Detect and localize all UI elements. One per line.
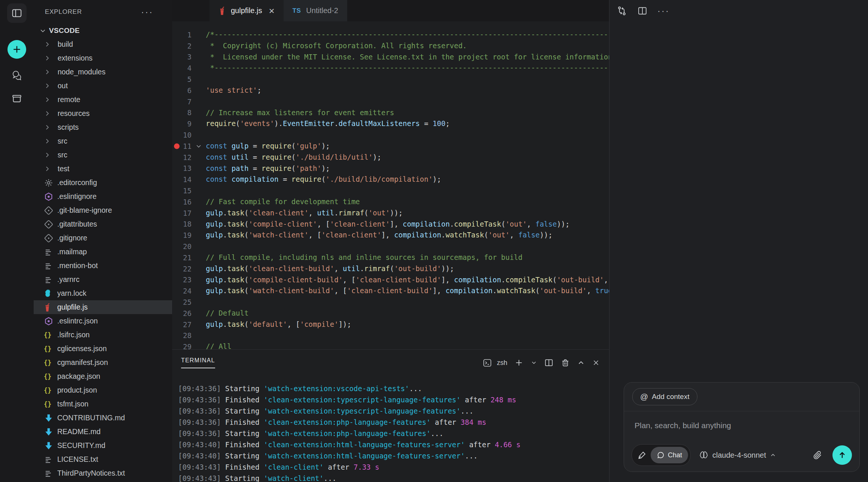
tree-item-extensions[interactable]: extensions (34, 51, 172, 65)
code-line-16[interactable]: 16// Fast compile for development time (172, 196, 609, 208)
code-line-4[interactable]: 4 *-------------------------------------… (172, 62, 609, 74)
line-number[interactable]: 29 (172, 343, 192, 349)
tree-item-remote[interactable]: remote (34, 93, 172, 107)
line-number[interactable]: 10 (172, 131, 192, 139)
code-line-22[interactable]: 22gulp.task('clean-client-build', util.r… (172, 263, 609, 274)
tree-item-build[interactable]: build (34, 37, 172, 51)
tree-item-tsfmt-json[interactable]: {}tsfmt.json (34, 397, 172, 411)
explorer-more-actions-icon[interactable]: ··· (141, 7, 153, 16)
compare-changes-icon[interactable] (616, 5, 627, 16)
tree-item--eslintrc-json[interactable]: .eslintrc.json (34, 314, 172, 328)
code-line-9[interactable]: 9require('events').EventEmitter.defaultM… (172, 118, 609, 129)
tree-item-cglicenses-json[interactable]: {}cglicenses.json (34, 342, 172, 356)
attach-paperclip-icon[interactable] (812, 450, 823, 460)
model-selector[interactable]: claude-4-sonnet (699, 450, 776, 460)
code-line-28[interactable]: 28 (172, 330, 609, 341)
code-line-29[interactable]: 29// All (172, 341, 609, 349)
line-number[interactable]: 17 (172, 209, 192, 217)
tree-item-scripts[interactable]: scripts (34, 120, 172, 134)
tree-item-cgmanifest-json[interactable]: {}cgmanifest.json (34, 356, 172, 369)
tree-item--git-blame-ignore[interactable]: .git-blame-ignore (34, 203, 172, 217)
tree-item-product-json[interactable]: {}product.json (34, 383, 172, 397)
tree-item--lsifrc-json[interactable]: {}.lsifrc.json (34, 328, 172, 342)
line-number[interactable]: 16 (172, 198, 192, 206)
tree-item-src[interactable]: src (34, 148, 172, 162)
line-number[interactable]: 5 (172, 75, 192, 83)
tree-item-license-txt[interactable]: LICENSE.txt (34, 452, 172, 466)
tree-item-readme-md[interactable]: README.md (34, 425, 172, 439)
add-context-button[interactable]: @ Add context (632, 388, 697, 405)
more-actions-icon[interactable]: ··· (657, 6, 670, 15)
chat-mode-chip[interactable]: Chat (651, 447, 688, 463)
line-number[interactable]: 6 (172, 86, 192, 95)
line-number[interactable]: 3 (172, 53, 192, 61)
code-line-17[interactable]: 17gulp.task('clean-client', util.rimraf(… (172, 208, 609, 219)
code-line-25[interactable]: 25 (172, 297, 609, 308)
line-number[interactable]: 26 (172, 309, 192, 317)
kill-terminal-trash-icon[interactable] (560, 358, 570, 368)
tree-item--mention-bot[interactable]: .mention-bot (34, 259, 172, 273)
line-number[interactable]: 1 (172, 31, 192, 39)
tree-item-security-md[interactable]: SECURITY.md (34, 439, 172, 452)
line-number[interactable]: 22 (172, 265, 192, 273)
tree-item-resources[interactable]: resources (34, 107, 172, 120)
code-line-14[interactable]: 14const compilation = require('./build/l… (172, 174, 609, 185)
tree-item-src[interactable]: src (34, 134, 172, 148)
tree-item-contributing-md[interactable]: CONTRIBUTING.md (34, 411, 172, 425)
code-line-21[interactable]: 21// Full compile, including nls and inl… (172, 252, 609, 263)
line-number[interactable]: 25 (172, 298, 192, 306)
code-line-6[interactable]: 6'use strict'; (172, 85, 609, 96)
code-editor[interactable]: 1/*-------------------------------------… (172, 21, 609, 349)
code-line-5[interactable]: 5 (172, 74, 609, 85)
tree-item--mailmap[interactable]: .mailmap (34, 245, 172, 259)
line-number[interactable]: 8 (172, 108, 192, 117)
line-number[interactable]: 21 (172, 254, 192, 262)
code-line-19[interactable]: 19gulp.task('watch-client', ['clean-clie… (172, 230, 609, 241)
breakpoint-dot[interactable] (174, 143, 180, 149)
write-pen-icon[interactable] (637, 450, 647, 460)
tree-item-yarn-lock[interactable]: yarn.lock (34, 286, 172, 300)
terminal-shell-icon[interactable] (482, 358, 492, 368)
line-number[interactable]: 20 (172, 242, 192, 251)
tree-item--eslintignore[interactable]: .eslintignore (34, 190, 172, 203)
tree-item--gitignore[interactable]: .gitignore (34, 231, 172, 245)
line-number[interactable]: 15 (172, 187, 192, 195)
tree-item-thirdpartynotices-txt[interactable]: ThirdPartyNotices.txt (34, 466, 172, 480)
line-number[interactable]: 23 (172, 276, 192, 284)
tree-item-package-json[interactable]: {}package.json (34, 369, 172, 383)
maximize-panel-chevron-icon[interactable] (577, 359, 585, 367)
line-number[interactable]: 13 (172, 164, 192, 172)
line-number[interactable]: 2 (172, 42, 192, 50)
code-line-3[interactable]: 3 * Licensed under the MIT License. See … (172, 52, 609, 63)
tab-gulpfile-js[interactable]: gulpfile.js × (210, 0, 284, 21)
close-tab-icon[interactable]: × (269, 6, 274, 16)
tree-item--gitattributes[interactable]: .gitattributes (34, 217, 172, 231)
line-number[interactable]: 18 (172, 220, 192, 228)
code-line-1[interactable]: 1/*-------------------------------------… (172, 29, 609, 40)
code-line-15[interactable]: 15 (172, 185, 609, 196)
terminal-profile-chevron-icon[interactable] (531, 359, 537, 366)
code-line-23[interactable]: 23gulp.task('compile-client-build', ['cl… (172, 274, 609, 286)
tab-untitled-2[interactable]: TS Untitled-2 (284, 0, 347, 21)
line-number[interactable]: 24 (172, 287, 192, 295)
code-line-12[interactable]: 12const util = require('./build/lib/util… (172, 152, 609, 163)
tree-item--editorconfig[interactable]: .editorconfig (34, 176, 172, 190)
send-button[interactable] (832, 445, 852, 465)
line-number[interactable]: 4 (172, 64, 192, 72)
tree-root-vscode[interactable]: VSCODE (34, 24, 172, 37)
line-number[interactable]: 7 (172, 98, 192, 106)
new-terminal-icon[interactable] (514, 358, 524, 368)
tree-item-out[interactable]: out (34, 79, 172, 93)
archive-button[interactable] (10, 92, 24, 105)
tree-item-test[interactable]: test (34, 162, 172, 176)
split-terminal-icon[interactable] (544, 358, 554, 368)
code-line-27[interactable]: 27gulp.task('default', ['compile']); (172, 319, 609, 330)
line-number[interactable]: 19 (172, 231, 192, 239)
sidebar-toggle-button[interactable] (7, 3, 27, 23)
line-number[interactable]: 14 (172, 175, 192, 184)
close-panel-icon[interactable] (592, 359, 600, 367)
code-line-26[interactable]: 26// Default (172, 308, 609, 319)
code-line-7[interactable]: 7 (172, 96, 609, 107)
new-chat-button[interactable] (7, 40, 26, 59)
code-line-13[interactable]: 13const path = require('path'); (172, 163, 609, 174)
